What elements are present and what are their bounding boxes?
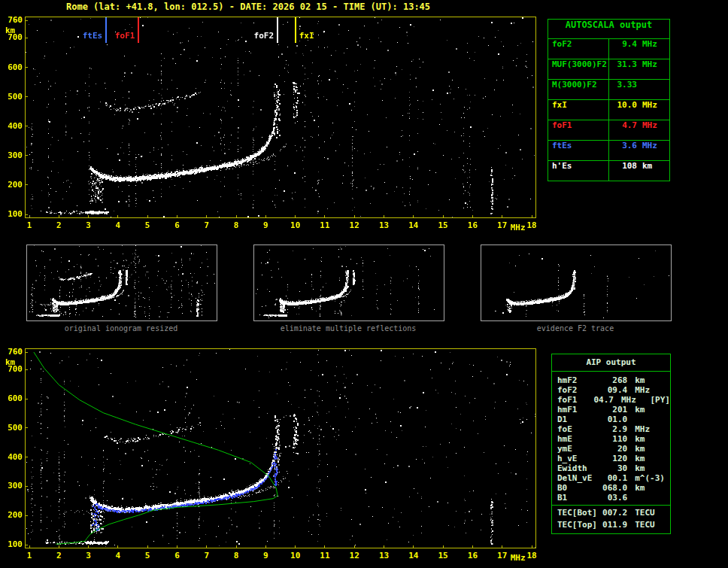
page-title: Rome (lat: +41.8, lon: 012.5) - DATE: 20… bbox=[66, 2, 430, 12]
parameter-label: foF2 bbox=[557, 385, 602, 395]
table-row: foF14.7MHz bbox=[548, 120, 669, 140]
table-row: foE2.9MHz bbox=[552, 424, 670, 434]
parameter-label: hmE bbox=[557, 434, 602, 444]
parameter-value-cell: 9.4MHz bbox=[609, 39, 669, 59]
parameter-unit bbox=[637, 80, 666, 99]
parameter-value: 3.33 bbox=[612, 80, 637, 99]
y-axis-label: 600 bbox=[0, 393, 23, 403]
y-axis-unit-label: km bbox=[5, 357, 28, 367]
parameter-unit: km bbox=[627, 405, 667, 415]
aip-table-rows: hmF2268kmfoF209.4MHzfoF104.7MHz[PY]hmF12… bbox=[552, 375, 670, 530]
y-axis-label: 500 bbox=[0, 423, 23, 433]
parameter-unit: MHz bbox=[637, 100, 666, 120]
thumbnail-multiples-removed-canvas bbox=[254, 245, 442, 319]
parameter-value: 201 bbox=[602, 405, 628, 415]
x-axis-label: 8 bbox=[227, 220, 245, 230]
parameter-unit: MHz bbox=[637, 141, 666, 160]
x-axis-label: 2 bbox=[50, 551, 68, 560]
parameter-flag bbox=[667, 405, 670, 415]
x-axis-label: 18 bbox=[523, 220, 541, 230]
parameter-label: foF1 bbox=[548, 120, 609, 140]
autoscala-table-header: AUTOSCALA output bbox=[548, 20, 669, 38]
parameter-value: 31.3 bbox=[612, 59, 637, 79]
parameter-label: foE bbox=[557, 424, 602, 434]
parameter-unit: km bbox=[627, 375, 667, 385]
table-row: M(3000)F23.33 bbox=[548, 79, 669, 99]
parameter-value-cell: 108km bbox=[609, 161, 669, 181]
parameter-label: Ewidth bbox=[557, 463, 602, 473]
parameter-label: D1 bbox=[557, 415, 602, 424]
thumbnail-f2-trace bbox=[481, 245, 672, 321]
parameter-unit: TECU bbox=[627, 508, 667, 520]
parameter-value: 108 bbox=[612, 161, 637, 181]
parameter-value-cell: 3.33 bbox=[609, 80, 669, 99]
table-row: foF104.7MHz[PY] bbox=[552, 395, 670, 405]
y-axis-label: 400 bbox=[0, 452, 23, 462]
parameter-unit: MHz bbox=[637, 120, 666, 140]
parameter-unit: km bbox=[627, 463, 667, 473]
parameter-label: hmF2 bbox=[557, 375, 602, 385]
parameter-value: 03.6 bbox=[602, 493, 628, 503]
parameter-unit: MHz bbox=[627, 385, 667, 395]
x-axis-label: 3 bbox=[80, 551, 98, 560]
x-axis-label: 18 bbox=[523, 551, 541, 560]
x-axis-label: 1 bbox=[20, 220, 38, 230]
parameter-unit: MHz bbox=[627, 424, 667, 434]
parameter-unit: MHz bbox=[637, 39, 666, 59]
x-axis-label: 7 bbox=[198, 551, 216, 560]
parameter-unit: km bbox=[627, 483, 667, 493]
parameter-value: 09.4 bbox=[602, 385, 628, 395]
x-axis-label: 10 bbox=[287, 220, 305, 230]
parameter-flag bbox=[667, 375, 670, 385]
x-axis-label: 14 bbox=[405, 220, 423, 230]
table-row: foF209.4MHz bbox=[552, 385, 670, 395]
aip-table-header: AIP output bbox=[552, 354, 670, 372]
x-axis-label: 12 bbox=[345, 551, 363, 560]
parameter-label: TEC[Top] bbox=[557, 520, 602, 530]
parameter-label: TEC[Bot] bbox=[557, 508, 602, 520]
parameter-unit bbox=[627, 415, 667, 424]
parameter-flag bbox=[667, 483, 670, 493]
table-row: ftEs3.6MHz bbox=[548, 140, 669, 160]
parameter-label: B1 bbox=[557, 493, 602, 503]
thumbnail-f2-trace-canvas bbox=[481, 245, 669, 319]
thumbnail-multiples-removed bbox=[253, 245, 444, 321]
x-axis-label: 10 bbox=[287, 551, 305, 560]
ionogram-plot: ftEsfoF1foF2fxI bbox=[25, 17, 536, 218]
parameter-label: h_vE bbox=[557, 454, 602, 463]
x-axis-label: 12 bbox=[345, 220, 363, 230]
y-axis-label: 760 bbox=[0, 347, 23, 357]
thumbnail-caption-multiples: eliminate multiple reflections bbox=[253, 324, 443, 333]
table-row: MUF(3000)F231.3MHz bbox=[548, 59, 669, 79]
parameter-unit: MHz bbox=[637, 59, 666, 79]
parameter-value: 3.6 bbox=[612, 141, 637, 160]
y-axis-label: 400 bbox=[0, 121, 23, 131]
table-row: hmF2268km bbox=[552, 375, 670, 385]
parameter-unit: m^(-3) bbox=[627, 473, 667, 483]
parameter-value: 110 bbox=[602, 434, 628, 444]
parameter-unit: km bbox=[627, 434, 667, 444]
parameter-label: DelN_vE bbox=[557, 473, 602, 483]
x-axis-label: 3 bbox=[80, 220, 98, 230]
y-axis-label: 200 bbox=[0, 180, 23, 190]
x-axis-label: 6 bbox=[168, 551, 186, 560]
table-row: hmE110km bbox=[552, 434, 670, 444]
autoscala-screen: Rome (lat: +41.8, lon: 012.5) - DATE: 20… bbox=[0, 0, 728, 568]
y-axis-label: 300 bbox=[0, 481, 23, 491]
parameter-value: 011.9 bbox=[602, 520, 628, 530]
table-row: TEC[Bot]007.2TECU bbox=[552, 505, 670, 520]
x-axis-label: 5 bbox=[138, 220, 156, 230]
x-axis-unit-label: MHz bbox=[511, 223, 526, 232]
table-row: B0068.0km bbox=[552, 483, 670, 493]
parameter-value: 01.0 bbox=[602, 415, 628, 424]
table-row: B103.6 bbox=[552, 493, 670, 503]
parameter-label: ymE bbox=[557, 444, 602, 454]
parameter-flag bbox=[667, 454, 670, 463]
parameter-value-cell: 4.7MHz bbox=[609, 120, 669, 140]
x-axis-label: 6 bbox=[168, 220, 186, 230]
x-axis-label: 9 bbox=[256, 220, 275, 230]
parameter-value-cell: 3.6MHz bbox=[609, 141, 669, 160]
parameter-value: 2.9 bbox=[602, 424, 628, 434]
parameter-value-cell: 10.0MHz bbox=[609, 100, 669, 120]
x-axis-label: 11 bbox=[316, 551, 334, 560]
